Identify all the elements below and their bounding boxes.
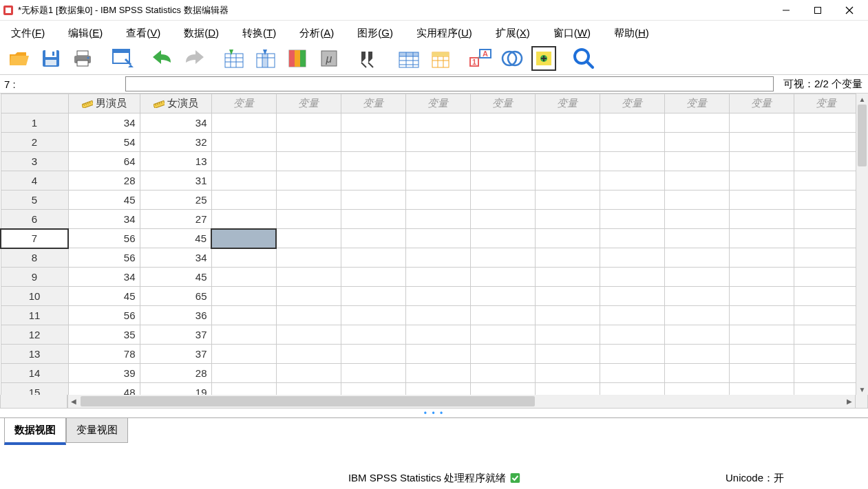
empty-cell[interactable]	[600, 210, 664, 229]
empty-cell[interactable]	[664, 306, 729, 325]
empty-cell[interactable]	[276, 268, 341, 287]
empty-cell[interactable]	[729, 306, 794, 325]
empty-cell[interactable]	[664, 364, 729, 383]
data-cell[interactable]: 25	[140, 191, 211, 210]
empty-cell[interactable]	[729, 248, 794, 268]
menu-data[interactable]: 数据(D)	[178, 23, 224, 44]
column-header-empty[interactable]: 变量	[211, 94, 276, 113]
empty-cell[interactable]	[470, 210, 535, 229]
empty-cell[interactable]	[729, 383, 794, 395]
empty-cell[interactable]	[211, 306, 276, 325]
undo-button[interactable]	[150, 46, 175, 71]
empty-cell[interactable]	[276, 113, 341, 133]
empty-cell[interactable]	[470, 268, 535, 287]
empty-cell[interactable]	[276, 210, 341, 229]
empty-cell[interactable]	[535, 287, 600, 306]
row-header[interactable]: 2	[1, 133, 68, 152]
scroll-up-icon[interactable]: ▲	[856, 94, 868, 105]
empty-cell[interactable]	[405, 287, 470, 306]
row-header[interactable]: 10	[1, 287, 68, 306]
scroll-down-icon[interactable]: ▼	[856, 384, 868, 395]
data-cell[interactable]: 36	[140, 306, 211, 325]
empty-cell[interactable]	[729, 171, 794, 191]
data-grid[interactable]: 男演员女演员变量变量变量变量变量变量变量变量变量变量 1343425432364…	[0, 94, 856, 395]
empty-cell[interactable]	[470, 133, 535, 152]
empty-cell[interactable]	[211, 152, 276, 171]
empty-cell[interactable]	[211, 325, 276, 345]
empty-cell[interactable]	[794, 268, 856, 287]
empty-cell[interactable]	[405, 229, 470, 248]
empty-cell[interactable]	[470, 229, 535, 248]
empty-cell[interactable]	[470, 191, 535, 210]
find-button[interactable]	[357, 46, 381, 71]
empty-cell[interactable]	[341, 287, 405, 306]
menu-window[interactable]: 窗口(W)	[548, 23, 596, 44]
menu-transform[interactable]: 转换(T)	[237, 23, 282, 44]
goto-variable-button[interactable]	[253, 46, 278, 71]
empty-cell[interactable]	[600, 248, 664, 268]
empty-cell[interactable]	[341, 229, 405, 248]
row-header[interactable]: 12	[1, 325, 68, 345]
empty-cell[interactable]	[794, 383, 856, 395]
menu-utilities[interactable]: 实用程序(U)	[411, 23, 478, 44]
variables-button[interactable]	[285, 46, 310, 71]
empty-cell[interactable]	[664, 325, 729, 345]
run-descriptives-button[interactable]: μ	[317, 46, 341, 71]
empty-cell[interactable]	[794, 171, 856, 191]
data-cell[interactable]: 31	[140, 171, 211, 191]
empty-cell[interactable]	[470, 113, 535, 133]
data-cell[interactable]: 34	[140, 113, 211, 133]
empty-cell[interactable]	[341, 268, 405, 287]
empty-cell[interactable]	[470, 171, 535, 191]
empty-cell[interactable]	[664, 113, 729, 133]
pane-splitter[interactable]: • • •	[0, 409, 868, 418]
data-cell[interactable]: 65	[140, 287, 211, 306]
value-labels-button[interactable]: 1A	[468, 46, 493, 71]
empty-cell[interactable]	[535, 364, 600, 383]
empty-cell[interactable]	[211, 171, 276, 191]
empty-cell[interactable]	[470, 345, 535, 364]
tab-data-view[interactable]: 数据视图	[4, 418, 66, 445]
empty-cell[interactable]	[600, 325, 664, 345]
data-cell[interactable]: 45	[140, 268, 211, 287]
maximize-button[interactable]	[802, 1, 834, 20]
empty-cell[interactable]	[405, 268, 470, 287]
empty-cell[interactable]	[600, 364, 664, 383]
column-header-variable[interactable]: 女演员	[140, 94, 211, 113]
empty-cell[interactable]	[664, 287, 729, 306]
menu-analyze[interactable]: 分析(A)	[294, 23, 339, 44]
empty-cell[interactable]	[341, 383, 405, 395]
empty-cell[interactable]	[470, 152, 535, 171]
empty-cell[interactable]	[535, 248, 600, 268]
empty-cell[interactable]	[664, 248, 729, 268]
empty-cell[interactable]	[211, 345, 276, 364]
empty-cell[interactable]	[405, 325, 470, 345]
empty-cell[interactable]	[341, 113, 405, 133]
row-header-corner[interactable]	[1, 94, 68, 113]
empty-cell[interactable]	[600, 345, 664, 364]
empty-cell[interactable]	[729, 229, 794, 248]
data-cell[interactable]: 37	[140, 325, 211, 345]
column-header-empty[interactable]: 变量	[794, 94, 856, 113]
column-header-empty[interactable]: 变量	[341, 94, 405, 113]
open-button[interactable]	[7, 46, 32, 71]
empty-cell[interactable]	[341, 325, 405, 345]
empty-cell[interactable]	[276, 306, 341, 325]
data-cell[interactable]: 45	[140, 229, 211, 248]
row-header[interactable]: 1	[1, 113, 68, 133]
empty-cell[interactable]	[600, 171, 664, 191]
empty-cell[interactable]	[276, 191, 341, 210]
print-button[interactable]	[70, 46, 95, 71]
empty-cell[interactable]	[535, 133, 600, 152]
empty-cell[interactable]	[794, 152, 856, 171]
empty-cell[interactable]	[535, 171, 600, 191]
empty-cell[interactable]	[664, 133, 729, 152]
empty-cell[interactable]	[600, 133, 664, 152]
menu-file[interactable]: 文件(F)	[6, 23, 50, 44]
row-header[interactable]: 9	[1, 268, 68, 287]
empty-cell[interactable]	[600, 152, 664, 171]
data-cell[interactable]: 37	[140, 345, 211, 364]
empty-cell[interactable]	[276, 152, 341, 171]
data-cell[interactable]: 34	[68, 210, 140, 229]
empty-cell[interactable]	[470, 287, 535, 306]
